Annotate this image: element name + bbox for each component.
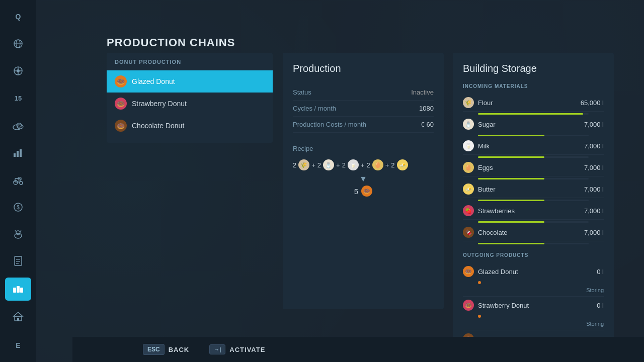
sugar-mat-icon: 🧂 [463, 119, 474, 130]
svg-line-25 [20, 230, 21, 232]
eggs-value: 7,000 l [574, 164, 604, 171]
svg-rect-26 [15, 256, 22, 265]
activate-label: ACTIVATE [229, 346, 265, 353]
svg-rect-12 [14, 153, 16, 157]
sidebar-btn-e[interactable]: E [5, 334, 31, 357]
material-strawberries: 🍓 Strawberries 7,000 l [463, 202, 604, 223]
outgoing-header: OUTGOING PRODUCTS [463, 252, 604, 258]
product-row-strawberry: 🍩 Strawberry Donut 0 l Storing [463, 297, 604, 330]
recipe-title: Recipe [293, 145, 434, 152]
sidebar-btn-docs[interactable] [5, 250, 31, 273]
sidebar-btn-calendar[interactable]: 15 [5, 86, 31, 110]
chain-item-strawberry[interactable]: 🍩 Strawberry Donut [107, 93, 273, 115]
status-value: Inactive [411, 88, 434, 96]
page-title: PRODUCTION CHAINS [107, 36, 235, 49]
glazed-product-icon: 🍩 [463, 266, 474, 277]
chains-header: DONUT PRODUCTION [107, 53, 273, 70]
back-button[interactable]: ESC BACK [143, 344, 189, 355]
ingredient-sugar-amount: 2 [317, 161, 321, 169]
eggs-bar [478, 178, 544, 179]
material-row-eggs: 🥚 Eggs 7,000 l [463, 159, 604, 176]
sugar-value: 7,000 l [574, 121, 604, 128]
back-key: ESC [143, 344, 165, 355]
glazed-donut-icon: 🍩 [115, 75, 127, 87]
butter-bar-container [478, 200, 589, 201]
costs-row: Production Costs / month € 60 [293, 117, 434, 133]
costs-label: Production Costs / month [293, 121, 366, 128]
recipe-section: Recipe 2 🌾 + 2 🧂 + 2 🥛 + 2 🥚 + 2 🧈 ▼ 5 � [293, 145, 434, 197]
eggs-mat-icon: 🥚 [463, 162, 474, 173]
svg-rect-31 [17, 286, 20, 293]
material-butter: 🧈 Butter 7,000 l [463, 180, 604, 201]
material-milk: 🥛 Milk 7,000 l [463, 137, 604, 158]
storage-panel: Building Storage INCOMING MATERIALS 🌾 Fl… [453, 53, 614, 362]
chocolate-bar-container [478, 243, 589, 244]
milk-icon: 🥛 [348, 159, 359, 170]
material-chocolate: 🍫 Chocolate 7,000 l [463, 224, 604, 244]
strawberry-product-status: Storing [463, 321, 604, 327]
glazed-product-status: Storing [463, 287, 604, 293]
svg-rect-14 [20, 149, 22, 157]
flour-name: Flour [478, 99, 570, 107]
chocolate-value: 7,000 l [574, 229, 604, 236]
milk-name: Milk [478, 142, 570, 150]
ingredient-milk-amount: 2 [342, 161, 346, 169]
ingredient-flour-amount: 2 [293, 161, 296, 169]
sidebar-btn-production[interactable] [5, 278, 31, 301]
butter-icon: 🧈 [397, 159, 408, 170]
flour-value: 65,000 l [574, 99, 604, 107]
chocolate-name: Chocolate [478, 229, 570, 236]
chocolate-donut-icon: 🍩 [115, 120, 127, 132]
chain-item-label-glazed: Glazed Donut [132, 77, 175, 85]
material-row-flour: 🌾 Flour 65,000 l [463, 94, 604, 112]
chain-item-chocolate[interactable]: 🍩 Chocolate Donut [107, 115, 273, 137]
chain-item-label-strawberry: Strawberry Donut [132, 100, 187, 108]
material-row-strawberries: 🍓 Strawberries 7,000 l [463, 202, 604, 220]
ingredient-eggs-amount: 2 [366, 161, 370, 169]
sidebar-btn-house[interactable] [5, 305, 31, 328]
strawberries-mat-icon: 🍓 [463, 205, 474, 216]
status-row: Status Inactive [293, 84, 434, 101]
glazed-status-dot [478, 281, 481, 284]
sidebar-btn-chart[interactable] [5, 141, 31, 164]
chains-panel: DONUT PRODUCTION 🍩 Glazed Donut 🍩 Strawb… [107, 53, 273, 143]
sidebar-btn-cattle[interactable] [5, 223, 31, 246]
milk-bar-container [478, 156, 589, 158]
recipe-arrow: ▼ [293, 174, 434, 184]
svg-rect-37 [17, 318, 19, 321]
sidebar-btn-tractor[interactable] [5, 168, 31, 192]
svg-point-4 [17, 69, 20, 72]
flour-bar-container [478, 113, 589, 115]
recipe-output: 5 🍩 [293, 186, 434, 197]
chocolate-bar [478, 243, 544, 244]
flour-icon: 🌾 [298, 159, 309, 170]
sidebar-btn-wheel[interactable] [5, 59, 31, 82]
svg-text:$: $ [17, 205, 20, 210]
svg-point-23 [16, 231, 20, 235]
status-label: Status [293, 88, 311, 96]
butter-bar [478, 200, 544, 201]
material-flour: 🌾 Flour 65,000 l [463, 94, 604, 115]
svg-rect-13 [17, 151, 19, 157]
flour-bar [478, 113, 583, 115]
main-content: PRODUCTION CHAINS DONUT PRODUCTION 🍩 Gla… [36, 0, 644, 362]
chain-item-glazed[interactable]: 🍩 Glazed Donut [107, 70, 273, 93]
strawberries-value: 7,000 l [574, 207, 604, 215]
sidebar: Q 15 $ E [0, 0, 36, 362]
output-amount: 5 [354, 187, 358, 196]
sidebar-btn-globe[interactable] [5, 32, 31, 55]
svg-line-24 [15, 230, 16, 232]
production-title: Production [293, 63, 434, 74]
activate-button[interactable]: →| ACTIVATE [209, 344, 265, 354]
sidebar-btn-money[interactable]: $ [5, 196, 31, 219]
material-row-sugar: 🧂 Sugar 7,000 l [463, 116, 604, 133]
bottom-bar: ESC BACK →| ACTIVATE [72, 337, 644, 362]
sugar-icon: 🧂 [323, 159, 334, 170]
storage-title: Building Storage [463, 63, 604, 74]
strawberry-product-value: 0 l [597, 302, 604, 309]
sidebar-btn-q[interactable]: Q [5, 5, 31, 28]
svg-rect-30 [13, 288, 16, 293]
sidebar-btn-clouds[interactable] [5, 114, 31, 137]
butter-value: 7,000 l [574, 186, 604, 193]
material-row-milk: 🥛 Milk 7,000 l [463, 137, 604, 155]
